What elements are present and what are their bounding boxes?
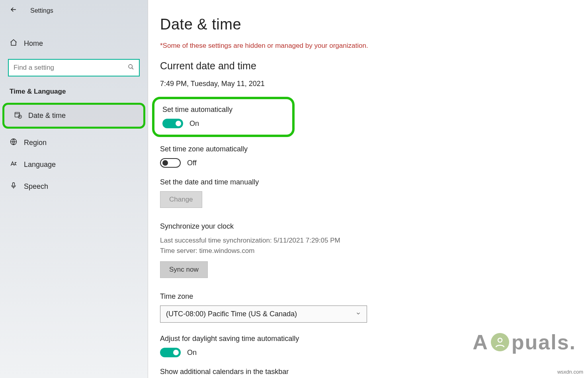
language-icon [10,160,18,170]
change-button: Change [160,191,202,208]
current-date-heading: Current date and time [160,60,576,72]
sync-last: Last successful time synchronization: 5/… [160,235,576,246]
sync-now-button[interactable]: Sync now [160,261,208,278]
policy-warning: *Some of these settings are hidden or ma… [160,42,576,50]
set-time-auto-label: Set time automatically [162,106,232,114]
set-time-auto-state: On [189,119,199,128]
set-time-auto-toggle[interactable] [162,119,183,128]
page-title: Date & time [160,16,576,33]
sidebar-item-speech[interactable]: Speech [0,176,148,198]
sidebar-section-title: Time & Language [0,76,148,100]
dst-toggle[interactable] [160,348,181,357]
manual-date-label: Set the date and time manually [160,178,576,186]
watermark-prefix: A [473,330,488,354]
back-button[interactable] [10,6,18,16]
window-title: Settings [30,7,53,14]
svg-rect-4 [13,183,15,186]
watermark-suffix: puals. [512,330,576,354]
sync-server: Time server: time.windows.com [160,246,576,256]
search-input[interactable] [9,60,139,76]
timezone-value: (UTC-08:00) Pacific Time (US & Canada) [166,310,297,318]
chevron-down-icon [356,311,361,317]
highlight-set-time-auto: Set time automatically On [152,97,295,137]
main-content: Date & time *Some of these settings are … [148,0,588,378]
sidebar-item-home[interactable]: Home [0,34,148,53]
calendar-clock-icon [14,111,23,121]
sidebar-item-label: Date & time [28,112,66,120]
sidebar-item-label: Language [24,161,56,169]
home-label: Home [24,39,43,48]
sidebar-item-date-time[interactable]: Date & time [4,105,143,127]
globe-icon [10,138,18,148]
svg-rect-1 [15,112,20,117]
highlight-date-time: Date & time [2,103,145,129]
search-box[interactable] [8,59,140,76]
current-date-value: 7:49 PM, Tuesday, May 11, 2021 [160,80,576,88]
sidebar-item-region[interactable]: Region [0,132,148,154]
sidebar-item-language[interactable]: Language [0,154,148,176]
sidebar-item-label: Region [24,139,47,147]
additional-calendars-label: Show additional calendars in the taskbar [160,368,576,376]
watermark-badge-icon [491,333,509,351]
microphone-icon [10,182,18,192]
home-icon [10,39,18,49]
dst-state: On [187,349,197,357]
set-tz-auto-toggle[interactable] [160,158,181,168]
set-tz-auto-label: Set time zone automatically [160,145,576,153]
svg-point-5 [498,338,502,342]
window-header: Settings [0,0,148,21]
timezone-select[interactable]: (UTC-08:00) Pacific Time (US & Canada) [160,306,367,323]
watermark-logo: A puals. [473,330,576,354]
timezone-label: Time zone [160,292,576,301]
sync-heading: Synchronize your clock [160,222,576,231]
credit-text: wsxdn.com [557,369,583,375]
sidebar: Settings Home Time & Language Date & tim… [0,0,148,378]
sidebar-item-label: Speech [24,182,48,191]
set-tz-auto-state: Off [187,159,197,167]
